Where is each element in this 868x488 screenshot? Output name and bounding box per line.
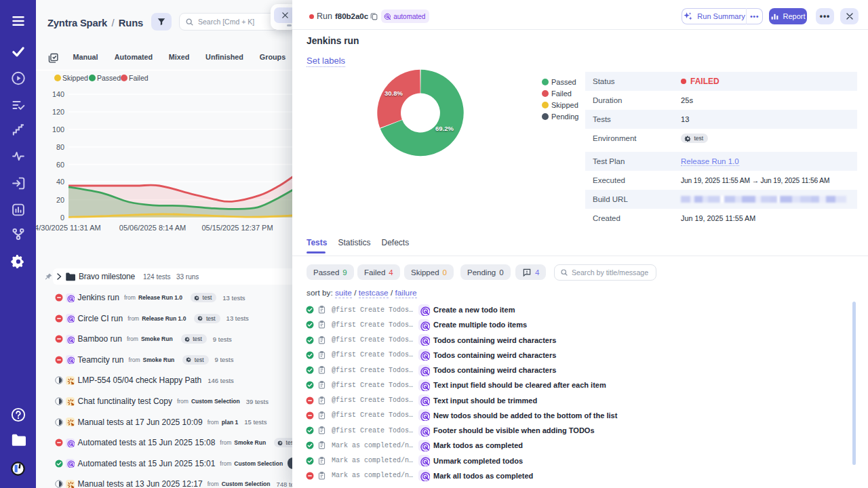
svg-text:60: 60 — [56, 161, 64, 169]
svg-text:Skipped: Skipped — [62, 74, 88, 82]
svg-text:05/06/2025 8:14 AM: 05/06/2025 8:14 AM — [119, 224, 186, 232]
svg-text:04/30/2025 11:31 AM: 04/30/2025 11:31 AM — [31, 224, 101, 232]
svg-text:05/15/2025 12:37 PM: 05/15/2025 12:37 PM — [201, 224, 273, 232]
svg-text:20: 20 — [56, 196, 64, 204]
svg-text:100: 100 — [52, 125, 64, 134]
svg-text:0: 0 — [60, 214, 64, 222]
svg-text:Passed: Passed — [97, 74, 121, 82]
svg-text:80: 80 — [56, 143, 64, 151]
svg-text:120: 120 — [52, 108, 64, 116]
svg-text:Failed: Failed — [129, 74, 149, 82]
svg-text:40: 40 — [56, 178, 64, 186]
svg-text:140: 140 — [52, 90, 64, 98]
